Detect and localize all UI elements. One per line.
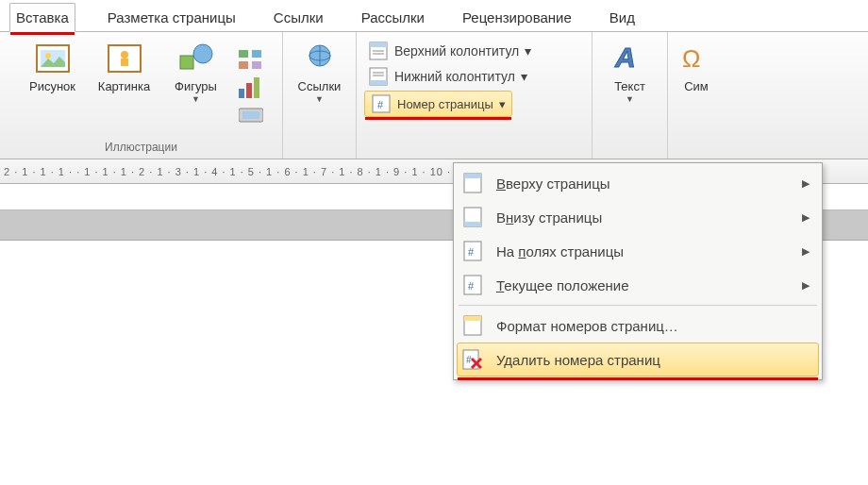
svg-rect-33	[464, 222, 481, 226]
svg-rect-10	[239, 89, 244, 98]
page-margin-icon: #	[462, 241, 483, 261]
text-label: Текст	[614, 79, 645, 93]
submenu-arrow-icon: ▶	[802, 279, 810, 292]
links-button[interactable]: Ссылки ▼	[287, 38, 353, 106]
omega-icon: Ω	[677, 40, 715, 77]
chevron-down-icon: ▾	[525, 43, 531, 59]
links-label: Ссылки	[298, 79, 342, 93]
svg-text:A: A	[614, 42, 636, 73]
group-header-footer: Верхний колонтитул ▾ Нижний колонтитул ▾…	[357, 32, 593, 159]
symbol-button[interactable]: Ω Сим	[672, 38, 721, 95]
chevron-down-icon: ▼	[626, 94, 634, 104]
ribbon-tabs: Вставка Разметка страницы Ссылки Рассылк…	[0, 0, 868, 32]
svg-point-2	[121, 51, 128, 59]
svg-text:#: #	[377, 99, 384, 110]
page-number-menu: Вверху страницы ▶ Внизу страницы ▶ # На …	[453, 162, 823, 380]
header-label: Верхний колонтитул	[394, 43, 519, 59]
svg-rect-6	[239, 50, 248, 58]
tab-page-layout[interactable]: Разметка страницы	[102, 4, 242, 31]
svg-text:#: #	[468, 246, 475, 258]
header-icon	[368, 41, 389, 61]
clipart-button[interactable]: Картинка	[92, 38, 158, 95]
chevron-down-icon: ▾	[521, 69, 527, 84]
page-bottom-icon	[462, 207, 483, 227]
tab-references[interactable]: Ссылки	[268, 4, 329, 31]
menu-top-of-page[interactable]: Вверху страницы ▶	[457, 166, 819, 200]
menu-format-page-numbers[interactable]: Формат номеров страниц…	[457, 309, 819, 343]
svg-rect-7	[252, 50, 261, 58]
header-button[interactable]: Верхний колонтитул ▾	[364, 40, 535, 62]
svg-point-5	[193, 44, 212, 63]
smartart-icon[interactable]	[239, 50, 263, 74]
submenu-arrow-icon: ▶	[802, 245, 810, 258]
page-top-icon	[462, 173, 483, 193]
svg-rect-4	[180, 56, 193, 69]
screenshot-icon[interactable]	[239, 105, 263, 126]
svg-rect-11	[246, 83, 252, 98]
tab-review[interactable]: Рецензирование	[457, 4, 577, 31]
menu-separator	[459, 305, 817, 306]
wordart-icon: A	[611, 40, 649, 77]
menu-remove-page-numbers[interactable]: # Удалить номера страниц	[457, 343, 819, 376]
page-number-icon: #	[371, 93, 392, 114]
footer-label: Нижний колонтитул	[394, 69, 515, 84]
picture-icon	[34, 40, 72, 77]
picture-label: Рисунок	[29, 79, 75, 93]
picture-button[interactable]: Рисунок	[20, 38, 86, 95]
svg-text:#: #	[466, 355, 472, 365]
svg-rect-14	[242, 111, 259, 119]
menu-remove-label: Удалить номера страниц	[496, 352, 660, 368]
page-number-button[interactable]: # Номер страницы ▾	[364, 91, 512, 117]
current-position-icon: #	[462, 275, 483, 295]
menu-bottom-of-page[interactable]: Внизу страницы ▶	[457, 200, 819, 234]
group-text: A Текст ▼	[593, 32, 668, 159]
chevron-down-icon: ▼	[192, 94, 200, 104]
shapes-button[interactable]: Фигуры ▼	[163, 38, 229, 106]
tab-mailings[interactable]: Рассылки	[356, 4, 430, 31]
group-illustrations: Рисунок Картинка Фигуры ▼	[0, 32, 283, 159]
svg-rect-12	[254, 77, 259, 98]
tab-insert[interactable]: Вставка	[9, 3, 75, 32]
submenu-arrow-icon: ▶	[802, 211, 810, 224]
clipart-icon	[106, 40, 143, 77]
format-icon	[462, 315, 483, 336]
svg-point-1	[45, 53, 51, 59]
svg-rect-19	[370, 42, 387, 47]
remove-icon: #	[462, 349, 483, 370]
svg-rect-31	[464, 174, 481, 178]
footer-button[interactable]: Нижний колонтитул ▾	[364, 65, 531, 88]
page-number-label: Номер страницы	[397, 97, 493, 111]
symbol-label: Сим	[684, 79, 709, 93]
svg-rect-9	[252, 61, 261, 69]
text-button[interactable]: A Текст ▼	[597, 38, 663, 106]
menu-page-margins[interactable]: # На полях страницы ▶	[457, 234, 819, 268]
submenu-arrow-icon: ▶	[802, 177, 810, 190]
tab-view[interactable]: Вид	[604, 4, 641, 31]
group-illustrations-label: Иллюстрации	[8, 139, 275, 157]
svg-text:#: #	[468, 280, 475, 292]
svg-rect-39	[464, 316, 481, 321]
svg-text:Ω: Ω	[682, 44, 700, 73]
chevron-down-icon: ▾	[499, 97, 506, 111]
chevron-down-icon: ▼	[315, 94, 324, 104]
svg-rect-8	[239, 61, 248, 69]
svg-rect-23	[370, 80, 387, 85]
hyperlink-icon	[301, 40, 339, 77]
svg-rect-3	[121, 59, 128, 66]
shapes-icon	[177, 40, 215, 77]
footer-icon	[368, 66, 389, 87]
group-symbols: Ω Сим	[668, 32, 725, 159]
shapes-label: Фигуры	[175, 79, 217, 93]
group-links: Ссылки ▼	[283, 32, 357, 159]
ribbon: Рисунок Картинка Фигуры ▼	[0, 32, 868, 159]
menu-current-position[interactable]: # Текущее положение ▶	[457, 268, 819, 302]
menu-format-label: Формат номеров страниц…	[496, 318, 678, 334]
chart-icon[interactable]	[239, 77, 263, 101]
clipart-label: Картинка	[98, 79, 150, 93]
